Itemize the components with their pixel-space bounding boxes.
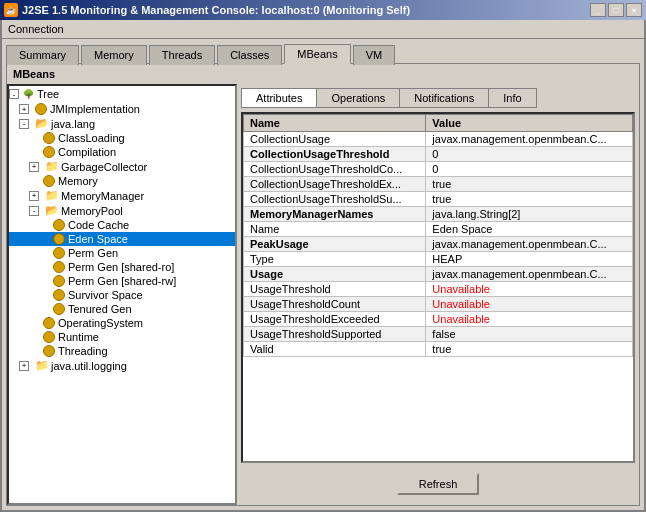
tree-edenspace[interactable]: Eden Space: [9, 232, 235, 246]
gc-label: GarbageCollector: [61, 161, 147, 173]
edenspace-label: Eden Space: [68, 233, 128, 245]
attr-value: 0: [426, 162, 633, 177]
tree-panel[interactable]: - 🌳 Tree + JMImplementation - 📂 java.: [7, 84, 237, 505]
attr-value: true: [426, 342, 633, 357]
maximize-button[interactable]: □: [608, 3, 624, 17]
app-icon: ☕: [4, 3, 18, 17]
permgen-rw-bean-icon: [53, 275, 65, 287]
tab-summary[interactable]: Summary: [6, 45, 79, 65]
attr-name: CollectionUsageThresholdSu...: [244, 192, 426, 207]
refresh-bar: Refresh: [241, 467, 635, 501]
table-row[interactable]: UsageThresholdExceededUnavailable: [244, 312, 633, 327]
threading-label: Threading: [58, 345, 108, 357]
tree-memory[interactable]: Memory: [9, 174, 235, 188]
tenuredgen-bean-icon: [53, 303, 65, 315]
table-row[interactable]: CollectionUsagejavax.management.openmbea…: [244, 132, 633, 147]
table-row[interactable]: CollectionUsageThresholdCo...0: [244, 162, 633, 177]
tree-permgen-ro[interactable]: Perm Gen [shared-ro]: [9, 260, 235, 274]
tree-permgen-rw[interactable]: Perm Gen [shared-rw]: [9, 274, 235, 288]
tree-memorymanager[interactable]: + 📁 MemoryManager: [9, 188, 235, 203]
memmgr-folder-icon: 📁: [45, 189, 59, 202]
tree-classloading[interactable]: ClassLoading: [9, 131, 235, 145]
expand-tree-root[interactable]: -: [9, 89, 19, 99]
table-row[interactable]: CollectionUsageThreshold0: [244, 147, 633, 162]
menu-bar[interactable]: Connection: [2, 20, 644, 39]
tree-compilation[interactable]: Compilation: [9, 145, 235, 159]
tree-jmimplementation[interactable]: + JMImplementation: [9, 102, 235, 116]
folder-icon: [35, 103, 47, 115]
table-row[interactable]: PeakUsagejavax.management.openmbean.C...: [244, 237, 633, 252]
os-label: OperatingSystem: [58, 317, 143, 329]
expand-jul[interactable]: +: [19, 361, 29, 371]
mbeans-label: MBeans: [7, 64, 639, 84]
tree-root-label: Tree: [37, 88, 59, 100]
window-body: Connection Summary Memory Threads Classe…: [0, 20, 646, 512]
minimize-button[interactable]: _: [590, 3, 606, 17]
attr-name: UsageThresholdCount: [244, 297, 426, 312]
tree-gc[interactable]: + 📁 GarbageCollector: [9, 159, 235, 174]
attributes-table: Name Value CollectionUsagejavax.manageme…: [243, 114, 633, 357]
table-row[interactable]: Usagejavax.management.openmbean.C...: [244, 267, 633, 282]
attr-value: true: [426, 192, 633, 207]
attr-name: Usage: [244, 267, 426, 282]
tree-threading[interactable]: Threading: [9, 344, 235, 358]
table-row[interactable]: NameEden Space: [244, 222, 633, 237]
expand-mempool[interactable]: -: [29, 206, 39, 216]
subtab-notifications[interactable]: Notifications: [400, 89, 489, 107]
attr-value: java.lang.String[2]: [426, 207, 633, 222]
main-content: MBeans - 🌳 Tree + JMImplementation: [6, 63, 640, 506]
expand-jmimpl[interactable]: +: [19, 104, 29, 114]
table-row[interactable]: CollectionUsageThresholdEx...true: [244, 177, 633, 192]
tree-tenuredgen[interactable]: Tenured Gen: [9, 302, 235, 316]
memorymanager-label: MemoryManager: [61, 190, 144, 202]
table-row[interactable]: UsageThresholdCountUnavailable: [244, 297, 633, 312]
permgen-bean-icon: [53, 247, 65, 259]
attr-value: Eden Space: [426, 222, 633, 237]
table-row[interactable]: Validtrue: [244, 342, 633, 357]
tree-codecache[interactable]: Code Cache: [9, 218, 235, 232]
expand-gc[interactable]: +: [29, 162, 39, 172]
tab-classes[interactable]: Classes: [217, 45, 282, 65]
expand-java-lang[interactable]: -: [19, 119, 29, 129]
attr-value: javax.management.openmbean.C...: [426, 267, 633, 282]
attr-value: 0: [426, 147, 633, 162]
attr-value: javax.management.openmbean.C...: [426, 237, 633, 252]
connection-menu[interactable]: Connection: [8, 23, 64, 35]
tree-os[interactable]: OperatingSystem: [9, 316, 235, 330]
subtab-info[interactable]: Info: [489, 89, 535, 107]
tab-threads[interactable]: Threads: [149, 45, 215, 65]
table-row[interactable]: UsageThresholdUnavailable: [244, 282, 633, 297]
attr-value: Unavailable: [426, 312, 633, 327]
tree-memorypool[interactable]: - 📂 MemoryPool: [9, 203, 235, 218]
close-button[interactable]: ×: [626, 3, 642, 17]
memorypool-label: MemoryPool: [61, 205, 123, 217]
tree-survivor[interactable]: Survivor Space: [9, 288, 235, 302]
subtab-operations[interactable]: Operations: [317, 89, 400, 107]
tab-vm[interactable]: VM: [353, 45, 396, 65]
table-row[interactable]: MemoryManagerNamesjava.lang.String[2]: [244, 207, 633, 222]
attr-value: true: [426, 177, 633, 192]
refresh-button[interactable]: Refresh: [397, 473, 480, 495]
window-controls[interactable]: _ □ ×: [590, 3, 642, 17]
subtab-attributes[interactable]: Attributes: [242, 89, 317, 107]
table-row[interactable]: UsageThresholdSupportedfalse: [244, 327, 633, 342]
runtime-bean-icon: [43, 331, 55, 343]
attributes-table-container[interactable]: Name Value CollectionUsagejavax.manageme…: [241, 112, 635, 463]
col-value: Value: [426, 115, 633, 132]
split-pane: - 🌳 Tree + JMImplementation - 📂 java.: [7, 84, 639, 505]
tree-root[interactable]: - 🌳 Tree: [9, 86, 235, 102]
attr-name: UsageThreshold: [244, 282, 426, 297]
tab-memory[interactable]: Memory: [81, 45, 147, 65]
table-row[interactable]: TypeHEAP: [244, 252, 633, 267]
tree-java-lang[interactable]: - 📂 java.lang: [9, 116, 235, 131]
attr-name: UsageThresholdSupported: [244, 327, 426, 342]
table-row[interactable]: CollectionUsageThresholdSu...true: [244, 192, 633, 207]
tree-java-util-logging[interactable]: + 📁 java.util.logging: [9, 358, 235, 373]
edenspace-bean-icon: [53, 233, 65, 245]
tree-permgen[interactable]: Perm Gen: [9, 246, 235, 260]
attr-name: CollectionUsage: [244, 132, 426, 147]
tab-mbeans[interactable]: MBeans: [284, 44, 350, 64]
threading-bean-icon: [43, 345, 55, 357]
tree-runtime[interactable]: Runtime: [9, 330, 235, 344]
expand-memmgr[interactable]: +: [29, 191, 39, 201]
